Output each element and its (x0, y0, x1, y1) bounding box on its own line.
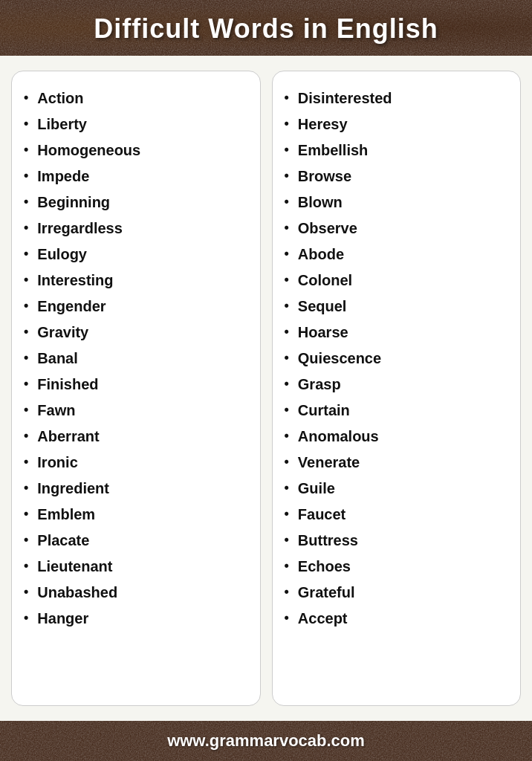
list-item: Emblem (18, 501, 251, 527)
page-title: Difficult Words in English (15, 13, 517, 45)
list-item: Faucet (279, 501, 512, 527)
page-footer: www.grammarvocab.com (0, 721, 532, 761)
list-item: Beginning (18, 189, 251, 215)
list-item: Colonel (279, 267, 512, 293)
list-item: Venerate (279, 449, 512, 475)
list-item: Hoarse (279, 319, 512, 345)
list-item: Interesting (18, 267, 251, 293)
list-item: Heresy (279, 111, 512, 137)
list-item: Accept (279, 605, 512, 631)
list-item: Ironic (18, 449, 251, 475)
list-item: Disinterested (279, 85, 512, 111)
right-word-list: DisinterestedHeresyEmbellishBrowseBlownO… (279, 85, 512, 631)
list-item: Grasp (279, 371, 512, 397)
list-item: Impede (18, 163, 251, 189)
list-item: Placate (18, 527, 251, 553)
list-item: Banal (18, 345, 251, 371)
list-item: Irregardless (18, 215, 251, 241)
list-item: Browse (279, 163, 512, 189)
list-item: Eulogy (18, 241, 251, 267)
list-item: Unabashed (18, 579, 251, 605)
list-item: Blown (279, 189, 512, 215)
list-item: Fawn (18, 397, 251, 423)
list-item: Ingredient (18, 475, 251, 501)
left-column: ActionLibertyHomogeneousImpedeBeginningI… (11, 71, 261, 706)
list-item: Observe (279, 215, 512, 241)
list-item: Abode (279, 241, 512, 267)
list-item: Echoes (279, 553, 512, 579)
list-item: Finished (18, 371, 251, 397)
left-word-list: ActionLibertyHomogeneousImpedeBeginningI… (18, 85, 251, 631)
list-item: Quiescence (279, 345, 512, 371)
page-header: Difficult Words in English (0, 0, 532, 56)
list-item: Grateful (279, 579, 512, 605)
list-item: Gravity (18, 319, 251, 345)
list-item: Homogeneous (18, 137, 251, 163)
list-item: Lieutenant (18, 553, 251, 579)
list-item: Sequel (279, 293, 512, 319)
list-item: Anomalous (279, 423, 512, 449)
list-item: Liberty (18, 111, 251, 137)
list-item: Action (18, 85, 251, 111)
list-item: Guile (279, 475, 512, 501)
list-item: Buttress (279, 527, 512, 553)
list-item: Embellish (279, 137, 512, 163)
list-item: Aberrant (18, 423, 251, 449)
footer-url: www.grammarvocab.com (167, 731, 365, 750)
list-item: Engender (18, 293, 251, 319)
list-item: Hanger (18, 605, 251, 631)
list-item: Curtain (279, 397, 512, 423)
right-column: DisinterestedHeresyEmbellishBrowseBlownO… (272, 71, 522, 706)
content-area: ActionLibertyHomogeneousImpedeBeginningI… (0, 56, 532, 721)
